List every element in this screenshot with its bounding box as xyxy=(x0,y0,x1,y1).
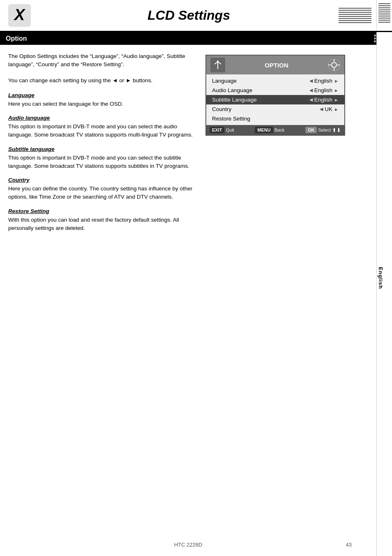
osd-title: OPTION xyxy=(265,62,288,69)
left-arrow-language: ◀ xyxy=(309,78,313,83)
text-area: The Option Settings includes the “Langua… xyxy=(0,45,201,415)
section-subtitle-heading: Subtitle language xyxy=(8,146,193,152)
antenna-icon xyxy=(210,58,225,72)
ok-button[interactable]: OK xyxy=(305,127,317,133)
section-audio-heading: Audio language xyxy=(8,115,193,121)
page-number: 43 xyxy=(346,542,352,548)
menu-control: MENU Back xyxy=(255,127,284,133)
right-arrow-subtitle: ► xyxy=(334,97,339,102)
osd-row-restore: Restore Setting xyxy=(206,114,344,123)
section-restore-text: With this option you can load and reset … xyxy=(8,216,193,233)
left-arrow-country: ◀ xyxy=(320,107,323,112)
right-stripe: English xyxy=(376,0,392,556)
osd-audio-value: English xyxy=(314,87,332,93)
page-header: X LCD Settings xyxy=(0,0,392,32)
intro-text-2: You can change each setting by using the… xyxy=(8,76,193,85)
right-arrow-language: ► xyxy=(334,79,339,83)
right-arrow-country: ► xyxy=(334,107,339,112)
osd-header: OPTION xyxy=(206,56,344,74)
section-subtitle-text: This option is important in DVB-T mode a… xyxy=(8,154,193,171)
osd-value-country: ◀ UK ► xyxy=(320,106,339,112)
main-content: The Option Settings includes the “Langua… xyxy=(0,45,392,415)
osd-row-language: Language ◀ English ► xyxy=(206,76,344,86)
settings-icon xyxy=(328,59,340,71)
option-label: Option xyxy=(6,35,27,42)
osd-row-country: Country ◀ UK ► xyxy=(206,104,344,114)
section-subtitle-language: Subtitle language This option is importa… xyxy=(8,146,193,171)
header-decoration xyxy=(339,8,371,23)
osd-value-audio: ◀ English ► xyxy=(309,87,339,93)
section-audio-language: Audio language This option is important … xyxy=(8,115,193,139)
left-arrow-audio: ◀ xyxy=(309,88,313,93)
panel-area: OPTION Language ◀ Engl xyxy=(201,45,366,415)
ok-action-label: Select xyxy=(318,127,331,132)
option-banner: Option xyxy=(0,32,392,45)
exit-control: EXIT Quit xyxy=(210,127,234,133)
osd-rows: Language ◀ English ► Audio Language ◀ En… xyxy=(206,74,344,125)
brand-logo: X xyxy=(8,4,31,27)
section-country: Country Here you can define the country.… xyxy=(8,177,193,202)
exit-action-label: Quit xyxy=(226,127,234,132)
section-audio-text: This option is important in DVB-T mode a… xyxy=(8,123,193,139)
ok-control: OK Select ⬆⬇ xyxy=(305,127,341,133)
osd-lang-value: English xyxy=(314,78,332,84)
osd-subtitle-value: English xyxy=(314,97,332,103)
svg-point-6 xyxy=(217,60,219,62)
menu-button[interactable]: MENU xyxy=(255,127,273,133)
model-number: HTC 2228D xyxy=(174,542,203,548)
svg-text:X: X xyxy=(14,6,26,23)
osd-label-audio: Audio Language xyxy=(212,87,309,93)
section-restore: Restore Setting With this option you can… xyxy=(8,208,193,233)
intro-text-1: The Option Settings includes the “Langua… xyxy=(8,52,193,69)
section-language: Language Here you can select the languag… xyxy=(8,92,193,108)
nav-arrows-icon: ⬆⬇ xyxy=(332,127,341,133)
section-country-text: Here you can define the country. The cou… xyxy=(8,185,193,202)
section-language-text: Here you can select the language for the… xyxy=(8,100,193,108)
section-restore-heading: Restore Setting xyxy=(8,208,193,214)
page-title: LCD Settings xyxy=(39,8,339,23)
osd-label-country: Country xyxy=(212,106,320,112)
osd-value-subtitle: ◀ English ► xyxy=(309,97,339,103)
osd-value-language: ◀ English ► xyxy=(309,78,339,84)
osd-panel: OPTION Language ◀ Engl xyxy=(205,55,345,136)
section-language-heading: Language xyxy=(8,92,193,98)
osd-row-audio-language: Audio Language ◀ English ► xyxy=(206,86,344,95)
exit-button[interactable]: EXIT xyxy=(210,127,224,133)
side-label: English xyxy=(378,267,384,289)
menu-action-label: Back xyxy=(274,127,284,132)
page-footer: HTC 2228D 43 xyxy=(0,542,376,548)
left-arrow-subtitle: ◀ xyxy=(309,97,313,102)
osd-country-value: UK xyxy=(325,106,332,112)
osd-label-restore: Restore Setting xyxy=(212,116,339,122)
osd-label-language: Language xyxy=(212,78,309,84)
osd-row-subtitle-language: Subtitle Language ◀ English ► xyxy=(206,95,344,104)
section-country-heading: Country xyxy=(8,177,193,183)
right-arrow-audio: ► xyxy=(334,88,339,93)
osd-label-subtitle: Subtitle Language xyxy=(212,97,309,103)
osd-footer: EXIT Quit MENU Back OK Select ⬆⬇ xyxy=(206,125,344,135)
